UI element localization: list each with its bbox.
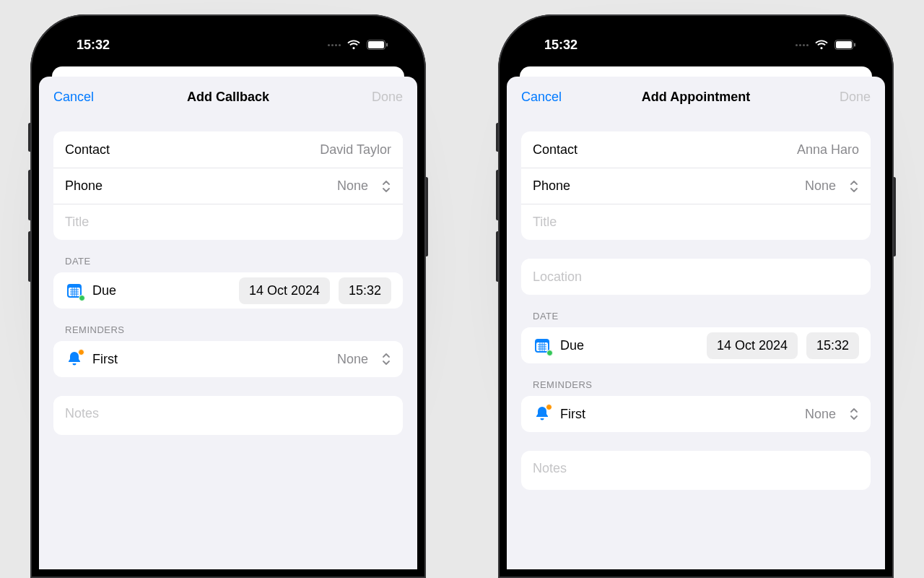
reminders-section-header: REMINDERS <box>65 324 403 335</box>
status-bar: 15:32 <box>39 23 417 66</box>
contact-card: Contact David Taylor Phone None <box>53 131 403 240</box>
chevron-updown-icon <box>849 407 859 421</box>
due-label: Due <box>92 283 116 298</box>
calendar-icon <box>533 337 551 354</box>
notes-card: Notes <box>53 396 403 435</box>
phone-appointment: 15:32 Cancel <box>498 14 894 578</box>
due-row: Due 14 Oct 2024 15:32 <box>53 272 403 309</box>
modal-title: Add Appointment <box>572 90 820 105</box>
svg-rect-2 <box>386 43 388 47</box>
reminder-first-value: None <box>337 352 368 367</box>
date-card: Due 14 Oct 2024 15:32 <box>53 272 403 309</box>
battery-icon <box>367 40 388 50</box>
svg-rect-13 <box>854 43 855 47</box>
date-section-header: DATE <box>65 256 403 267</box>
screen-record-indicator-icon <box>796 44 808 46</box>
notes-card: Notes <box>521 451 871 490</box>
status-time: 15:32 <box>77 38 110 53</box>
date-section-header: DATE <box>533 311 871 322</box>
chevron-updown-icon <box>381 179 391 194</box>
svg-rect-1 <box>368 41 384 48</box>
reminder-first-label: First <box>92 352 118 367</box>
bell-icon <box>66 350 83 368</box>
cancel-button[interactable]: Cancel <box>521 90 572 105</box>
reminders-card: First None <box>53 341 403 377</box>
contact-value: David Taylor <box>320 142 391 158</box>
add-callback-modal: Cancel Add Callback Done Contact David T… <box>39 77 417 569</box>
reminders-card: First None <box>521 396 871 432</box>
due-time-chip[interactable]: 15:32 <box>339 277 391 304</box>
title-placeholder: Title <box>65 215 391 230</box>
contact-row[interactable]: Contact Anna Haro <box>521 131 871 168</box>
contact-label: Contact <box>533 142 578 158</box>
due-date-chip[interactable]: 14 Oct 2024 <box>239 277 330 304</box>
reminder-first-row[interactable]: First None <box>521 396 871 432</box>
due-label: Due <box>560 338 584 353</box>
phone-value: None <box>805 178 836 194</box>
modal-title: Add Callback <box>104 90 352 105</box>
reminder-first-row[interactable]: First None <box>53 341 403 377</box>
chevron-updown-icon <box>381 352 391 366</box>
due-row: Due 14 Oct 2024 15:32 <box>521 327 871 363</box>
notes-input-row[interactable]: Notes <box>521 451 871 490</box>
notes-placeholder: Notes <box>65 406 391 421</box>
battery-icon <box>834 40 856 50</box>
due-date-chip[interactable]: 14 Oct 2024 <box>707 332 798 359</box>
reminder-first-label: First <box>560 407 585 422</box>
status-bar: 15:32 <box>507 23 885 66</box>
location-placeholder: Location <box>533 269 859 285</box>
contact-label: Contact <box>65 142 110 158</box>
reminder-first-value: None <box>805 407 836 422</box>
phone-callback: 15:32 Cancel <box>30 14 426 578</box>
cancel-button[interactable]: Cancel <box>53 90 104 105</box>
title-placeholder: Title <box>533 215 859 230</box>
wifi-icon <box>346 40 361 50</box>
done-button[interactable]: Done <box>820 90 871 105</box>
done-button[interactable]: Done <box>352 90 403 105</box>
wifi-icon <box>814 40 829 50</box>
phone-row[interactable]: Phone None <box>521 168 871 204</box>
phone-label: Phone <box>65 178 103 194</box>
bell-icon <box>533 405 551 423</box>
status-time: 15:32 <box>544 38 578 53</box>
svg-rect-12 <box>836 41 852 48</box>
contact-row[interactable]: Contact David Taylor <box>53 131 403 168</box>
calendar-icon <box>66 282 83 299</box>
screen-record-indicator-icon <box>328 44 341 46</box>
phone-row[interactable]: Phone None <box>53 168 403 204</box>
title-input-row[interactable]: Title <box>53 204 403 240</box>
reminders-section-header: REMINDERS <box>533 379 871 390</box>
phone-value: None <box>337 178 368 194</box>
contact-value: Anna Haro <box>797 142 859 158</box>
due-time-chip[interactable]: 15:32 <box>806 332 859 359</box>
chevron-updown-icon <box>849 179 859 194</box>
notes-placeholder: Notes <box>533 461 859 476</box>
phone-label: Phone <box>533 178 570 194</box>
location-input-row[interactable]: Location <box>521 259 871 295</box>
location-card: Location <box>521 259 871 295</box>
date-card: Due 14 Oct 2024 15:32 <box>521 327 871 363</box>
add-appointment-modal: Cancel Add Appointment Done Contact Anna… <box>507 77 885 569</box>
contact-card: Contact Anna Haro Phone None <box>521 131 871 240</box>
title-input-row[interactable]: Title <box>521 204 871 240</box>
notes-input-row[interactable]: Notes <box>53 396 403 435</box>
